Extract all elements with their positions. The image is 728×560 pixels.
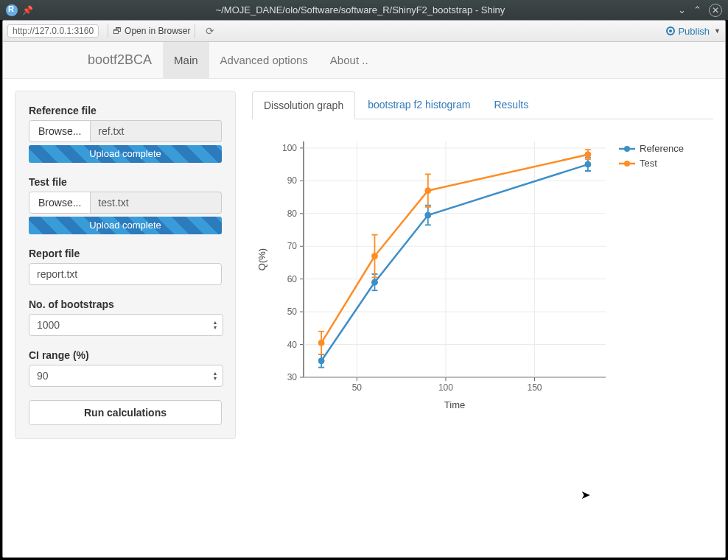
ci-range-label: CI range (%) <box>29 349 222 361</box>
svg-text:50: 50 <box>352 382 363 393</box>
svg-text:30: 30 <box>287 372 298 382</box>
svg-text:90: 90 <box>287 175 298 186</box>
bootstraps-input[interactable] <box>29 314 223 336</box>
test-progress-text: Upload complete <box>29 217 222 234</box>
tab-results[interactable]: Results <box>483 91 539 119</box>
svg-point-56 <box>318 340 324 346</box>
tab-bootstrap-histogram[interactable]: bootstrap f2 histogram <box>357 91 481 119</box>
navbar: bootf2BCA Main Advanced options About .. <box>3 42 725 79</box>
refresh-icon[interactable]: ⟳ <box>206 25 214 37</box>
svg-point-52 <box>585 161 591 167</box>
bootstraps-label: No. of bootstraps <box>29 298 222 310</box>
svg-point-60 <box>371 253 377 259</box>
publish-label: Publish <box>678 26 710 37</box>
os-titlebar: 📌 ~/MOJE_DANE/olo/Software/software_R/Sh… <box>0 0 728 20</box>
svg-text:100: 100 <box>282 143 297 153</box>
sidebar-panel: Reference file Browse... ref.txt Upload … <box>15 91 236 439</box>
viewer-toolbar: http://127.0.0.1:3160 🗗 Open in Browser … <box>3 21 725 42</box>
svg-text:150: 150 <box>528 382 542 393</box>
publish-icon <box>666 27 675 35</box>
bootstraps-stepper[interactable]: ▲▼ <box>209 314 222 336</box>
close-icon[interactable]: ✕ <box>709 4 722 17</box>
reference-upload-progress: Upload complete <box>29 145 222 163</box>
ci-range-input[interactable] <box>29 365 223 387</box>
tabset: Dissolution graph bootstrap f2 histogram… <box>252 91 713 119</box>
url-field[interactable]: http://127.0.0.1:3160 <box>7 24 99 38</box>
separator <box>195 24 195 38</box>
svg-text:40: 40 <box>287 340 298 350</box>
run-calculations-button[interactable]: Run calculations <box>29 400 222 425</box>
pin-icon[interactable]: 📌 <box>22 5 33 15</box>
nav-about[interactable]: About .. <box>319 42 379 78</box>
report-file-input[interactable] <box>29 263 222 285</box>
maximize-icon[interactable]: ⌃ <box>693 4 701 15</box>
svg-text:Reference: Reference <box>640 143 684 154</box>
svg-point-40 <box>318 358 324 364</box>
svg-point-70 <box>624 146 630 152</box>
separator <box>108 24 108 38</box>
test-browse-button[interactable]: Browse... <box>29 192 91 214</box>
nav-main[interactable]: Main <box>163 42 209 78</box>
chevron-down-icon: ▼ <box>714 27 721 35</box>
svg-text:100: 100 <box>438 382 453 393</box>
open-in-browser-label: Open in Browser <box>125 26 190 36</box>
svg-text:80: 80 <box>287 209 298 219</box>
svg-point-68 <box>585 152 591 158</box>
reference-browse-button[interactable]: Browse... <box>29 120 91 142</box>
test-file-label: Test file <box>29 176 222 188</box>
nav-advanced[interactable]: Advanced options <box>209 42 319 78</box>
svg-text:Test: Test <box>640 158 657 169</box>
svg-point-44 <box>371 279 377 285</box>
svg-point-73 <box>624 161 630 167</box>
tab-dissolution-graph[interactable]: Dissolution graph <box>252 91 355 119</box>
svg-text:60: 60 <box>287 274 298 284</box>
reference-file-name: ref.txt <box>91 120 222 142</box>
svg-point-48 <box>425 212 431 218</box>
test-upload-progress: Upload complete <box>29 217 222 234</box>
reference-file-label: Reference file <box>29 105 222 116</box>
window-title: ~/MOJE_DANE/olo/Software/software_R/Shin… <box>43 4 678 15</box>
svg-text:Time: Time <box>444 399 465 410</box>
ci-range-stepper[interactable]: ▲▼ <box>209 365 222 387</box>
svg-text:50: 50 <box>287 307 298 317</box>
reference-progress-text: Upload complete <box>29 145 222 163</box>
svg-point-64 <box>425 188 431 194</box>
svg-text:Q(%): Q(%) <box>256 248 267 270</box>
report-file-label: Report file <box>29 248 222 259</box>
test-file-name: test.txt <box>91 192 222 214</box>
minimize-icon[interactable]: ⌄ <box>678 4 686 15</box>
dissolution-chart: 3040506070809010050100150TimeQ(%)Referen… <box>252 134 701 414</box>
publish-button[interactable]: Publish ▼ <box>666 26 721 37</box>
browser-icon: 🗗 <box>113 26 122 36</box>
app-brand: bootf2BCA <box>77 42 163 78</box>
svg-text:70: 70 <box>287 241 298 251</box>
app-icon <box>6 4 18 16</box>
open-in-browser-button[interactable]: 🗗 Open in Browser <box>113 26 190 36</box>
